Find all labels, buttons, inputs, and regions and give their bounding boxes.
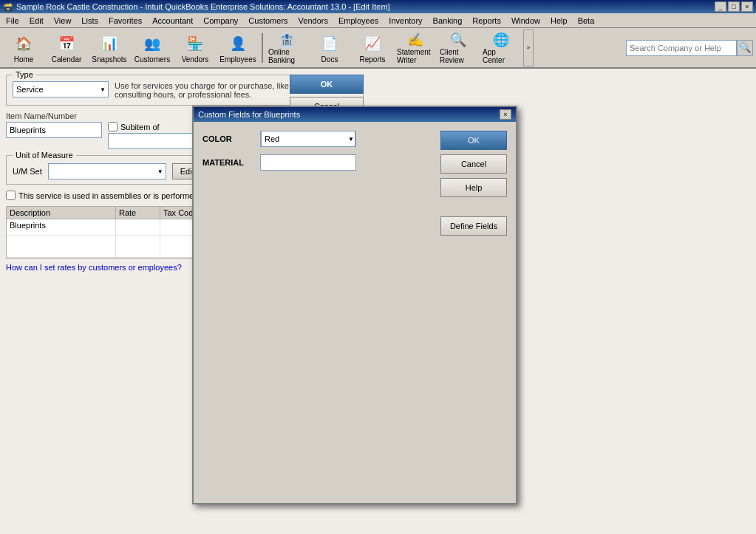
type-select[interactable]: Service Non-inventory Part Inventory Par… xyxy=(13,81,109,97)
maximize-btn[interactable]: □ xyxy=(728,1,740,12)
menu-file[interactable]: File xyxy=(1,16,24,26)
menu-vendors[interactable]: Vendors xyxy=(294,16,333,26)
material-field-row: MATERIAL xyxy=(202,154,432,171)
toolbar-snapshots[interactable]: 📊 Snapshots xyxy=(89,30,130,66)
toolbar-employees[interactable]: 👤 Employees xyxy=(217,30,259,66)
modal-content: COLOR Red Blue Green Yellow Black White … xyxy=(194,122,516,244)
menu-customers[interactable]: Customers xyxy=(244,16,292,26)
toolbar-app-center-label: App Center xyxy=(483,48,520,64)
modal-ok-button[interactable]: OK xyxy=(440,131,507,150)
menu-help[interactable]: Help xyxy=(546,16,572,26)
menu-favorites[interactable]: Favorites xyxy=(104,16,146,26)
uom-select[interactable] xyxy=(48,163,166,179)
assemblies-checkbox[interactable] xyxy=(6,191,16,200)
color-field-row: COLOR Red Blue Green Yellow Black White … xyxy=(202,131,432,147)
toolbar-snapshots-label: Snapshots xyxy=(92,55,126,64)
material-label: MATERIAL xyxy=(202,158,254,167)
home-icon: 🏠 xyxy=(12,32,35,55)
menu-reports[interactable]: Reports xyxy=(468,16,505,26)
custom-fields-modal: Custom Fields for Blueprints × COLOR Red… xyxy=(192,106,517,504)
menu-accountant[interactable]: Accountant xyxy=(148,16,197,26)
menu-edit[interactable]: Edit xyxy=(25,16,48,26)
cell-desc-empty[interactable] xyxy=(7,236,116,257)
item-name-input[interactable] xyxy=(6,122,102,138)
toolbar-customers[interactable]: 👥 Customers xyxy=(132,30,173,66)
subitem-select[interactable] xyxy=(108,133,204,149)
search-input[interactable] xyxy=(626,40,737,56)
toolbar-client-review-label: Client Review xyxy=(440,48,477,64)
docs-icon: 📄 xyxy=(318,32,341,55)
toolbar-search-area: 🔍 xyxy=(626,40,753,56)
toolbar-customers-label: Customers xyxy=(134,55,170,64)
close-btn[interactable]: × xyxy=(741,1,753,12)
vendors-icon: 🏪 xyxy=(183,32,207,55)
toolbar-separator xyxy=(262,33,263,63)
type-section-label: Type xyxy=(13,70,36,79)
cell-description[interactable]: Blueprints xyxy=(7,219,116,235)
toolbar-banking-label: Online Banking xyxy=(268,48,305,64)
toolbar-statement-writer[interactable]: ✍️ Statement Writer xyxy=(395,30,436,66)
uom-select-wrapper[interactable] xyxy=(48,163,166,179)
modal-close-button[interactable]: × xyxy=(500,109,511,120)
toolbar-calendar[interactable]: 📅 Calendar xyxy=(46,30,87,66)
modal-buttons: OK Cancel Help Define Fields xyxy=(440,131,507,236)
menu-window[interactable]: Window xyxy=(507,16,545,26)
window-title: Sample Rock Castle Construction - Intuit… xyxy=(16,2,390,11)
toolbar-reports[interactable]: 📈 Reports xyxy=(352,30,393,66)
toolbar-client-review[interactable]: 🔍 Client Review xyxy=(437,30,479,66)
toolbar-home[interactable]: 🏠 Home xyxy=(3,30,44,66)
modal-fields-area: COLOR Red Blue Green Yellow Black White … xyxy=(202,131,432,236)
menu-bar: File Edit View Lists Favorites Accountan… xyxy=(0,13,756,28)
modal-cancel-button[interactable]: Cancel xyxy=(440,154,507,174)
uom-section-label: Unit of Measure xyxy=(13,151,76,160)
toolbar-app-center[interactable]: 🌐 App Center xyxy=(480,30,522,66)
title-bar: 🗃️ Sample Rock Castle Construction - Int… xyxy=(0,0,756,13)
type-dropdown-wrapper[interactable]: Service Non-inventory Part Inventory Par… xyxy=(13,81,109,97)
modal-define-fields-button[interactable]: Define Fields xyxy=(440,216,507,236)
color-dropdown-wrapper[interactable]: Red Blue Green Yellow Black White ▼ xyxy=(260,131,356,147)
banking-icon: 🏦 xyxy=(275,32,299,48)
menu-view[interactable]: View xyxy=(50,16,76,26)
material-input[interactable] xyxy=(260,154,356,171)
calendar-icon: 📅 xyxy=(55,32,78,55)
modal-help-button[interactable]: Help xyxy=(440,178,507,197)
modal-title: Custom Fields for Blueprints xyxy=(198,110,300,119)
color-select[interactable]: Red Blue Green Yellow Black White xyxy=(261,131,355,147)
item-name-label: Item Name/Number xyxy=(6,112,102,120)
menu-lists[interactable]: Lists xyxy=(77,16,103,26)
ok-button[interactable]: OK xyxy=(290,75,364,94)
toolbar-vendors-label: Vendors xyxy=(182,55,209,64)
reports-icon: 📈 xyxy=(361,32,384,55)
cell-rate-empty[interactable] xyxy=(116,236,160,257)
app-center-icon: 🌐 xyxy=(489,32,513,48)
menu-employees[interactable]: Employees xyxy=(334,16,383,26)
modal-title-bar: Custom Fields for Blueprints × xyxy=(194,107,516,122)
item-name-group: Item Name/Number xyxy=(6,112,102,138)
minimize-btn[interactable]: _ xyxy=(715,1,726,12)
subitem-label: Subitem of xyxy=(120,123,160,131)
cell-rate[interactable] xyxy=(116,219,160,235)
toolbar-vendors[interactable]: 🏪 Vendors xyxy=(174,30,216,66)
toolbar-reports-label: Reports xyxy=(359,55,385,64)
menu-inventory[interactable]: Inventory xyxy=(384,16,426,26)
modal-body-area xyxy=(194,244,516,503)
subitem-checkbox[interactable] xyxy=(108,122,118,131)
app-icon: 🗃️ xyxy=(3,2,13,12)
search-button[interactable]: 🔍 xyxy=(737,40,753,56)
help-link[interactable]: How can I set rates by customers or empl… xyxy=(6,263,182,272)
col-header-description: Description xyxy=(7,207,116,219)
employees-icon: 👤 xyxy=(226,32,250,55)
client-review-icon: 🔍 xyxy=(446,32,470,48)
subitem-dropdown-wrapper[interactable] xyxy=(108,133,204,149)
toolbar-home-label: Home xyxy=(14,55,34,64)
customers-icon: 👥 xyxy=(140,32,164,55)
toolbar-banking[interactable]: 🏦 Online Banking xyxy=(266,30,307,66)
menu-banking[interactable]: Banking xyxy=(429,16,467,26)
col-header-rate: Rate xyxy=(116,207,160,219)
menu-beta[interactable]: Beta xyxy=(573,16,599,26)
toolbar-docs[interactable]: 📄 Docs xyxy=(309,30,350,66)
menu-company[interactable]: Company xyxy=(199,16,242,26)
color-label: COLOR xyxy=(202,134,254,143)
window-controls[interactable]: _ □ × xyxy=(715,1,753,12)
toolbar-more[interactable]: » xyxy=(523,30,534,66)
